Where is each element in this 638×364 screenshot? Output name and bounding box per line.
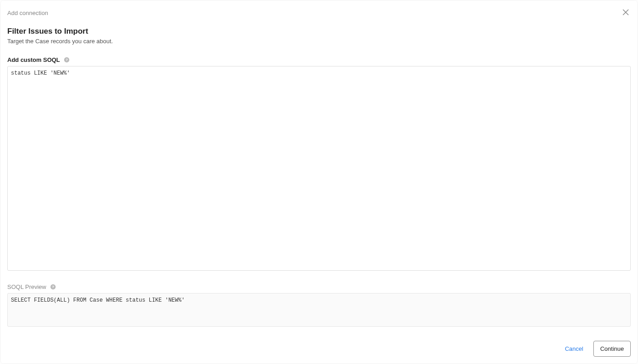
soql-input[interactable] [7,66,631,271]
page-subtitle: Target the Case records you care about. [7,38,631,45]
modal-header: Add connection [7,7,631,19]
svg-text:?: ? [52,285,54,289]
close-button[interactable] [621,7,631,19]
breadcrumb: Add connection [7,10,48,16]
soql-preview-output: SELECT FIELDS(ALL) FROM Case WHERE statu… [7,293,631,327]
continue-button[interactable]: Continue [593,341,631,357]
soql-label-row: Add custom SOQL ? [7,56,631,63]
soql-field-label: Add custom SOQL [7,56,60,63]
cancel-button[interactable]: Cancel [563,342,585,356]
help-icon[interactable]: ? [64,57,70,63]
preview-field-label: SOQL Preview [7,283,46,290]
preview-section: SOQL Preview ? SELECT FIELDS(ALL) FROM C… [7,283,631,327]
close-icon [623,9,629,17]
help-icon[interactable]: ? [50,284,56,290]
svg-text:?: ? [66,58,68,62]
modal-footer: Cancel Continue [7,332,631,357]
preview-label-row: SOQL Preview ? [7,283,631,290]
page-title: Filter Issues to Import [7,27,631,36]
modal-container: Add connection Filter Issues to Import T… [1,1,637,363]
